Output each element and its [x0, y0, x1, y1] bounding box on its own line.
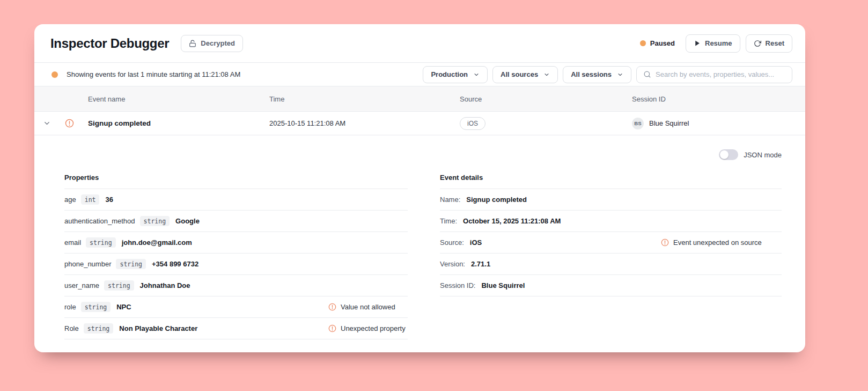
alert-circle-icon [65, 119, 74, 128]
alert-circle-icon [328, 324, 336, 332]
property-row: age int 36 [64, 189, 408, 211]
paused-status-dot [640, 40, 646, 46]
property-row: role string NPC Value not allowed [64, 296, 408, 318]
property-type-badge: string [86, 237, 116, 248]
chevron-down-icon[interactable] [43, 119, 51, 127]
json-mode-label: JSON mode [744, 151, 782, 159]
property-warning-text: Value not allowed [341, 303, 395, 311]
property-type-badge: string [104, 280, 134, 291]
property-type-badge: int [81, 194, 100, 205]
detail-value: 2.71.1 [471, 260, 490, 268]
live-status-dot [52, 71, 58, 78]
event-details-title: Event details [440, 173, 782, 189]
inspector-debugger-window: Inspector Debugger Decrypted Paused Resu… [34, 24, 805, 352]
detail-warning-text: Event unexpected on source [673, 238, 762, 247]
property-type-badge: string [84, 323, 114, 334]
property-value: Google [175, 217, 200, 225]
property-row: authentication_method string Google [64, 211, 408, 232]
detail-value: Blue Squirrel [481, 281, 525, 289]
property-row: email string john.doe@gmail.com [64, 232, 408, 254]
detail-row: Source: iOS Event unexpected on source [440, 232, 782, 254]
detail-value: Signup completed [466, 196, 527, 204]
column-header-time: Time [269, 95, 460, 103]
column-header-session-id: Session ID [632, 95, 805, 103]
event-source-cell: iOS [460, 117, 632, 130]
sources-dropdown-label: All sources [501, 70, 538, 78]
app-header: Inspector Debugger Decrypted Paused Resu… [34, 24, 805, 63]
property-type-badge: string [81, 302, 111, 312]
property-value: Johnathan Doe [140, 281, 190, 289]
column-header-event-name: Event name [34, 95, 269, 103]
property-key: phone_number [64, 260, 111, 268]
sessions-dropdown-label: All sessions [571, 70, 612, 78]
session-cell: BS Blue Squirrel [632, 118, 805, 129]
json-mode-toggle[interactable] [719, 149, 738, 160]
unlock-icon [189, 40, 196, 47]
detail-label: Name: [440, 196, 460, 204]
environment-dropdown-label: Production [431, 70, 468, 78]
events-table-header: Event name Time Source Session ID [34, 86, 805, 112]
event-details-panel: Event details Name: Signup completed Tim… [440, 173, 782, 339]
property-value: john.doe@gmail.com [122, 238, 192, 247]
property-value: 36 [105, 196, 113, 204]
avatar: BS [632, 118, 644, 129]
filter-controls: Production All sources All sessions [423, 66, 792, 83]
search-box[interactable] [636, 66, 792, 83]
property-row: user_name string Johnathan Doe [64, 275, 408, 296]
paused-status-label: Paused [650, 39, 675, 47]
source-badge: iOS [460, 117, 486, 130]
property-key: email [64, 238, 81, 247]
chevron-down-icon [473, 71, 480, 78]
property-value: Non Playable Character [119, 324, 197, 332]
property-key: authentication_method [64, 217, 135, 225]
properties-panel: Properties age int 36 authentication_met… [64, 173, 408, 339]
event-time: 2025-10-15 11:21:08 AM [269, 119, 460, 127]
resume-button[interactable]: Resume [686, 34, 740, 53]
property-type-badge: string [116, 259, 146, 269]
status-badge: Paused [640, 39, 675, 47]
detail-value: October 15, 2025 11:21:08 AM [463, 217, 561, 225]
property-key: age [64, 196, 76, 204]
sessions-dropdown[interactable]: All sessions [563, 66, 631, 83]
event-name-cell: Signup completed [34, 119, 269, 128]
detail-value: iOS [470, 238, 482, 247]
property-key: Role [64, 324, 79, 332]
alert-circle-icon [661, 238, 669, 247]
property-value: NPC [116, 303, 131, 311]
alert-circle-icon [328, 303, 336, 311]
filter-bar: Showing events for last 1 minute startin… [34, 63, 805, 86]
properties-title: Properties [64, 173, 408, 189]
property-row: phone_number string +354 899 6732 [64, 254, 408, 275]
property-warning: Value not allowed [328, 303, 395, 311]
property-row: Role string Non Playable Character Unexp… [64, 318, 408, 339]
search-input[interactable] [656, 70, 785, 78]
property-warning-text: Unexpected property [341, 324, 406, 332]
sources-dropdown[interactable]: All sources [492, 66, 558, 83]
resume-label: Resume [705, 39, 732, 47]
decrypted-button[interactable]: Decrypted [181, 35, 243, 52]
detail-panels: Properties age int 36 authentication_met… [64, 173, 782, 339]
decrypted-label: Decrypted [201, 39, 235, 47]
property-type-badge: string [140, 216, 170, 226]
detail-row: Name: Signup completed [440, 189, 782, 211]
property-warning: Unexpected property [328, 324, 406, 332]
property-key: role [64, 303, 76, 311]
play-icon [694, 40, 701, 47]
detail-label: Session ID: [440, 281, 475, 289]
table-row[interactable]: Signup completed 2025-10-15 11:21:08 AM … [34, 112, 805, 135]
chevron-down-icon [617, 71, 623, 78]
property-value: +354 899 6732 [152, 260, 198, 268]
detail-label: Source: [440, 238, 464, 247]
events-window-status-text: Showing events for last 1 minute startin… [67, 70, 240, 78]
property-key: user_name [64, 281, 99, 289]
page-title: Inspector Debugger [50, 36, 169, 51]
event-name: Signup completed [88, 119, 151, 127]
search-icon [643, 70, 651, 78]
environment-dropdown[interactable]: Production [423, 66, 488, 83]
reset-button[interactable]: Reset [746, 34, 792, 53]
detail-row: Time: October 15, 2025 11:21:08 AM [440, 211, 782, 232]
detail-row: Version: 2.71.1 [440, 254, 782, 275]
detail-label: Version: [440, 260, 465, 268]
session-name: Blue Squirrel [649, 119, 689, 127]
json-mode-row: JSON mode [64, 149, 782, 160]
